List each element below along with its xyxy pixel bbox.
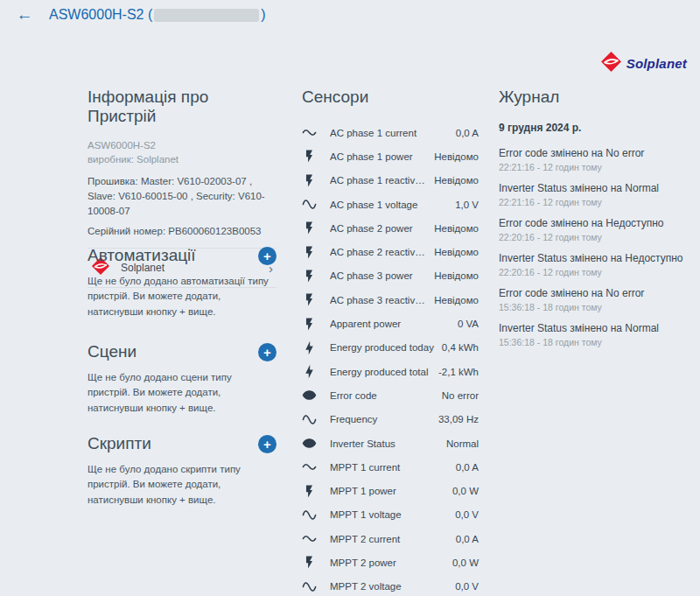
sine-wave-icon (302, 579, 317, 594)
sine-wave-icon (302, 508, 317, 522)
logbook-entry[interactable]: Error code змінено на No error22:21:16 -… (499, 147, 691, 173)
plus-icon: + (263, 345, 271, 360)
flash-icon (302, 317, 317, 332)
sensor-name: AC phase 1 current (330, 128, 449, 138)
logbook-entry-time: 22:20:16 - 12 годин тому (499, 232, 691, 243)
sensor-row[interactable]: Apparent power0 VA (302, 312, 479, 335)
empty-section: Автоматизації+Ще не було додано автомати… (88, 246, 276, 319)
sensor-row[interactable]: AC phase 1 reactive po…Невідомо (302, 169, 479, 193)
solplanet-logo: Solplanet (600, 51, 687, 76)
device-firmware: Прошивка: Master: V610-02003-07 , Slave:… (88, 174, 276, 218)
sensor-row[interactable]: MPPT 1 power0,0 W (302, 479, 479, 502)
sensor-name: MPPT 1 power (330, 486, 445, 496)
lightning-bolt-icon (302, 364, 317, 379)
sine-wave-icon (302, 197, 317, 212)
sensor-row[interactable]: Frequency33,09 Hz (302, 408, 479, 431)
logbook-entry[interactable]: Error code змінено на No error15:36:18 -… (499, 287, 691, 313)
sensor-row[interactable]: Inverter StatusNormal (302, 431, 479, 455)
logbook-entry[interactable]: Inverter Status змінено на Normal22:21:1… (499, 182, 691, 208)
logbook-entry-time: 15:36:18 - 18 годин тому (499, 302, 691, 313)
sensor-row[interactable]: Energy produced today0,4 kWh (302, 336, 479, 360)
flash-icon (302, 173, 317, 188)
logbook-entries: Error code змінено на No error22:21:16 -… (499, 147, 691, 359)
sensor-value: 0,0 W (452, 486, 479, 496)
sensor-name: Apparent power (330, 319, 451, 329)
logbook-entry-text: Error code змінено на No error (499, 287, 691, 300)
solplanet-logo-text: Solplanet (626, 56, 687, 71)
logbook-entry[interactable]: Inverter Status змінено на Normal15:36:1… (499, 322, 691, 348)
sensor-name: MPPT 1 voltage (330, 509, 448, 520)
sensor-value: 0,0 A (456, 534, 479, 544)
back-button[interactable]: ← (14, 4, 35, 25)
section-empty-text: Ще не було додано автоматизації типу при… (88, 274, 276, 319)
flash-icon (302, 292, 317, 307)
eye-icon (302, 388, 317, 403)
logbook-entry[interactable]: Error code змінено на Недоступно22:20:16… (499, 217, 691, 243)
sensor-name: AC phase 3 power (330, 270, 427, 281)
section-empty-text: Ще не було додано сцени типу пристрій. В… (88, 370, 276, 416)
device-info-title: Інформація про Пристрій (88, 88, 276, 126)
sensor-row[interactable]: AC phase 3 powerНевідомо (302, 264, 479, 288)
logbook-entry[interactable]: Error code змінено на Недоступно (499, 357, 691, 359)
sensor-value: 0,4 kWh (442, 342, 479, 353)
sensor-name: AC phase 3 reactive po… (330, 295, 427, 305)
sensor-value: Normal (446, 438, 479, 449)
sensor-row[interactable]: MPPT 2 voltage0,0 V (302, 575, 479, 596)
device-manufacturer: виробник: Solplanet (88, 152, 276, 166)
sensor-row[interactable]: AC phase 2 reactive po…Невідомо (302, 240, 479, 263)
sensor-row[interactable]: AC phase 1 voltage1,0 V (302, 193, 479, 216)
sensor-name: Error code (330, 390, 435, 401)
sensor-row[interactable]: MPPT 1 current0,0 A (302, 455, 479, 479)
flash-icon (302, 149, 317, 164)
sensor-value: 0 VA (458, 319, 479, 329)
lightning-bolt-icon (302, 340, 317, 355)
sensor-name: MPPT 2 power (330, 557, 445, 568)
sensor-name: Energy produced total (330, 367, 431, 377)
sensor-row[interactable]: MPPT 2 current0,0 A (302, 527, 479, 550)
device-model: ASW6000H-S2 (88, 138, 276, 152)
sensor-value: 33,09 Hz (438, 414, 479, 424)
page-title: ASW6000H-S2 () (49, 7, 266, 23)
sensor-row[interactable]: AC phase 3 reactive po…Невідомо (302, 288, 479, 312)
empty-section: Сцени+Ще не було додано сцени типу прист… (88, 342, 276, 416)
sensor-name: Energy produced today (330, 342, 435, 353)
eye-icon (302, 436, 317, 451)
sensor-value: Невідомо (434, 295, 479, 305)
sensor-row[interactable]: MPPT 2 power0,0 W (302, 550, 479, 574)
sensor-row[interactable]: AC phase 1 current0,0 A (302, 121, 479, 144)
sensor-row[interactable]: Energy produced total-2,1 kWh (302, 360, 479, 383)
plus-icon: + (263, 437, 271, 452)
sensors-card: Сенсори AC phase 1 current0,0 AAC phase … (302, 88, 479, 596)
sensor-row[interactable]: MPPT 1 voltage0,0 V (302, 503, 479, 527)
sensor-name: AC phase 2 reactive po… (330, 247, 427, 257)
sensor-list: AC phase 1 current0,0 AAC phase 1 powerН… (302, 121, 479, 596)
sensor-value: 0,0 V (455, 581, 479, 592)
plus-icon: + (263, 249, 271, 263)
sensor-name: MPPT 1 current (330, 462, 449, 473)
sensor-value: Невідомо (434, 175, 479, 186)
sensor-row[interactable]: AC phase 1 powerНевідомо (302, 144, 479, 168)
redacted-device-id (154, 9, 259, 22)
add-button[interactable]: + (258, 435, 276, 453)
sensor-name: MPPT 2 voltage (330, 581, 448, 592)
section-title: Скрипти (88, 434, 151, 453)
logbook-entry-time: 22:20:16 - 12 годин тому (499, 267, 691, 278)
sensor-value: Невідомо (434, 151, 479, 162)
add-button[interactable]: + (258, 247, 276, 265)
top-app-bar: ← ASW6000H-S2 () (0, 0, 700, 30)
logbook-entry[interactable]: Inverter Status змінено на Недоступно22:… (499, 252, 691, 278)
logbook-entry-text: Inverter Status змінено на Normal (499, 322, 691, 335)
arrow-left-icon: ← (17, 5, 33, 24)
solplanet-diamond-icon (600, 51, 622, 76)
add-button[interactable]: + (258, 343, 276, 361)
sensor-value: Невідомо (434, 223, 479, 234)
logbook-entry-time: 15:36:18 - 18 годин тому (499, 337, 691, 348)
current-ac-icon (302, 531, 317, 546)
sensor-value: 1,0 V (455, 200, 479, 210)
logbook-date-header: 9 грудня 2024 р. (499, 122, 691, 134)
sensor-row[interactable]: AC phase 2 powerНевідомо (302, 216, 479, 240)
empty-section: Скрипти+Ще не було додано скрипти типу п… (88, 434, 276, 508)
flash-icon (302, 221, 317, 235)
sensor-name: Inverter Status (330, 438, 439, 449)
sensor-row[interactable]: Error codeNo error (302, 383, 479, 407)
